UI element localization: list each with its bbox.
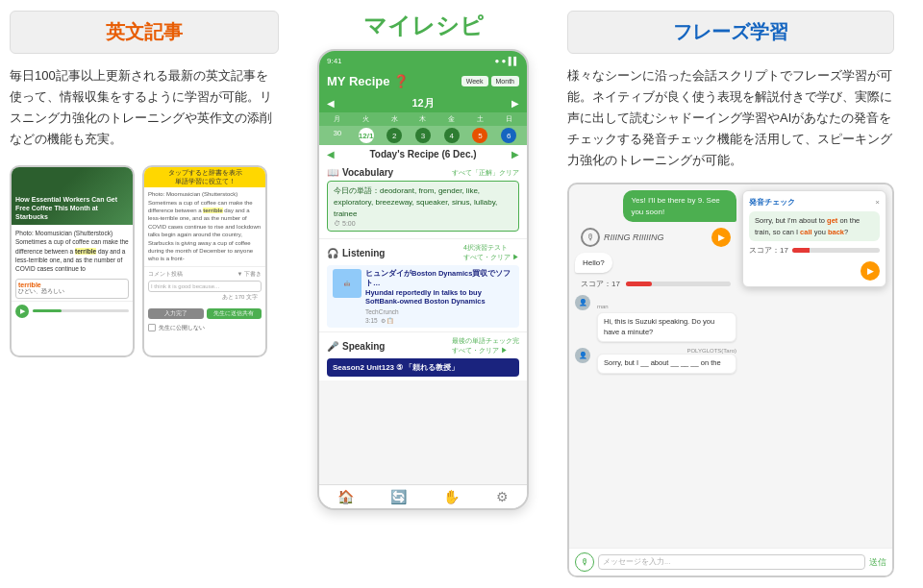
ringing-text: RIIING RIIIIING xyxy=(604,233,664,242)
nav-refresh[interactable]: 🔄 xyxy=(390,489,407,504)
back-text: back xyxy=(828,228,844,236)
photo-caption: Photo: Moomusician (Shutterstock) Someti… xyxy=(144,187,265,266)
tap-label: タップすると辞書を表示単語学習に役立て！ xyxy=(144,167,265,187)
comment-label: コメント投稿 ▼ 下書き xyxy=(148,270,262,279)
word-box-def: ひどい、恐ろしい xyxy=(18,288,126,296)
popup-play-button[interactable]: ▶ xyxy=(861,261,880,281)
word-definition-box: terrible ひどい、恐ろしい xyxy=(15,279,129,299)
status-left: 9:41 xyxy=(327,57,342,65)
nav-home[interactable]: 🏠 xyxy=(337,489,354,504)
day-fri: 金 xyxy=(437,114,466,124)
share-button[interactable]: 先生に送信共有 xyxy=(207,308,262,319)
cal-date-30[interactable]: 30 xyxy=(323,128,352,143)
vocab-actions[interactable]: すべて「正解」クリア xyxy=(452,168,519,178)
vocab-label: 📖 Vocabulary xyxy=(327,167,393,178)
next-recipe-arrow[interactable]: ▶ xyxy=(511,149,519,159)
calendar-dates-row: 30 12/1 2 3 4 5 6 xyxy=(319,126,527,145)
chat-input-box[interactable]: メッセージを入力... xyxy=(598,554,865,570)
main-chat-area: Yes! I'll be there by 9. See you soon! 🎙… xyxy=(575,190,736,542)
chat-mic-button[interactable]: 🎙 xyxy=(575,552,594,572)
prev-recipe-arrow[interactable]: ◀ xyxy=(327,149,335,159)
recipe-header: MY Recipe ❓ Week Month xyxy=(319,70,527,94)
checkbox-row: 先生に公開しない xyxy=(144,322,265,334)
phone-screen-comment: タップすると辞書を表示単語学習に役立て！ Photo: Moomusician … xyxy=(142,165,267,357)
nav-settings[interactable]: ⚙ xyxy=(496,489,509,504)
score-row: スコア：17 xyxy=(575,277,736,291)
calendar-month: 12月 xyxy=(412,96,434,110)
lower-bubble-2: Sorry, but I __ about __ __ __ on the xyxy=(597,354,736,374)
vocab-box: 今日の単語：deodorant, from, gender, like, exp… xyxy=(327,181,519,232)
cal-date-4[interactable]: 4 xyxy=(444,128,460,143)
day-wed: 水 xyxy=(380,114,409,124)
news-time-row: 3:15 ⚙ 📋 xyxy=(365,317,513,324)
play-arrow[interactable]: ▶ xyxy=(711,228,731,247)
next-month-arrow[interactable]: ▶ xyxy=(511,98,519,109)
news-time: 3:15 xyxy=(365,317,378,324)
speaking-lesson-title: Season2 Unit123 ⑤ 「頼れる教授」 xyxy=(333,362,513,373)
call-text: call xyxy=(800,228,812,236)
lower-chat-content-1: man Hi, this is Suzuki speaking. Do you … xyxy=(597,295,736,345)
chat-layout: Yes! I'll be there by 9. See you soon! 🎙… xyxy=(569,184,892,548)
cal-date-1[interactable]: 12/1 xyxy=(359,128,374,143)
prev-month-arrow[interactable]: ◀ xyxy=(327,98,335,109)
comment-input[interactable]: I think it is good because... xyxy=(148,281,262,292)
bottom-buttons: 入力完了 先生に送信共有 xyxy=(144,306,265,322)
chat-phone: Yes! I'll be there by 9. See you soon! 🎙… xyxy=(567,183,894,577)
middle-panel: マイレシピ 9:41 ● ● ▌▌ MY Recipe ❓ Week Month… xyxy=(288,11,558,577)
popup-close-button[interactable]: × xyxy=(875,198,880,207)
progress-bar xyxy=(33,309,129,312)
calendar-days-header: 月 火 水 木 金 土 日 xyxy=(319,112,527,126)
day-sun: 日 xyxy=(494,114,523,124)
done-button[interactable]: 入力完了 xyxy=(148,308,204,319)
news-title: ヒュンダイがBoston Dynamics買収でソフト…Hyundai repo… xyxy=(365,269,513,306)
lower-chat-area: 👤 man Hi, this is Suzuki speaking. Do yo… xyxy=(575,295,736,377)
week-button[interactable]: Week xyxy=(462,76,488,86)
speaking-icon: 🎤 xyxy=(327,341,338,352)
speaking-section: 🎤 Speaking 最後の単語チェック完すべて・クリア ▶ Season2 U… xyxy=(319,331,527,380)
speaking-card[interactable]: Season2 Unit123 ⑤ 「頼れる教授」 xyxy=(327,358,519,377)
right-description: 様々なシーンに沿った会話スクリプトでフレーズ学習が可能。ネイティブが良く使う表現… xyxy=(567,65,894,171)
cal-date-6[interactable]: 6 xyxy=(501,128,516,143)
highlight-word: terrible xyxy=(75,248,96,255)
calendar-nav: ◀ 12月 ▶ xyxy=(319,94,527,112)
right-section-title: フレーズ学習 xyxy=(567,11,894,54)
word-count: あと 170 文字 xyxy=(148,292,262,303)
checkbox-label: 先生に公開しない xyxy=(159,324,205,332)
cal-date-3[interactable]: 3 xyxy=(415,128,431,143)
day-tue: 火 xyxy=(352,114,381,124)
month-button[interactable]: Month xyxy=(491,76,519,86)
avatar-man: 👤 xyxy=(575,295,590,310)
popup-header: 発音チェック × xyxy=(749,197,880,208)
middle-section-title: マイレシピ xyxy=(363,11,484,41)
recipe-nav-right: ▶ xyxy=(511,149,519,159)
popup-play-row: ▶ xyxy=(749,261,880,281)
popup-score-fill xyxy=(792,248,810,253)
left-panel: 英文記事 毎日100記事以上更新される最新の英文記事を使って、情報収集をするよう… xyxy=(10,11,279,577)
lower-chat-content-2: POLYGLOTS(Taro) Sorry, but I __ about __… xyxy=(597,348,736,377)
phone-screen-article: How Essential Workers Can Get Free Coffe… xyxy=(10,165,135,357)
phone-middle: 9:41 ● ● ▌▌ MY Recipe ❓ Week Month ◀ 12月… xyxy=(317,49,529,510)
checkbox[interactable] xyxy=(148,324,156,331)
left-description: 毎日100記事以上更新される最新の英文記事を使って、情報収集をするように学習が可… xyxy=(10,65,279,150)
article-body-text: Photo: Moomusician (Shutterstock) Someti… xyxy=(12,225,133,276)
main-container: 英文記事 毎日100記事以上更新される最新の英文記事を使って、情報収集をするよう… xyxy=(10,11,913,577)
right-panel: フレーズ学習 様々なシーンに沿った会話スクリプトでフレーズ学習が可能。ネイティブ… xyxy=(567,11,894,577)
recipe-view-buttons: Week Month xyxy=(462,76,519,86)
cal-date-2[interactable]: 2 xyxy=(387,128,402,143)
word-box-title: terrible xyxy=(18,282,126,288)
send-button[interactable]: 送信 xyxy=(869,556,886,569)
status-bar: 9:41 ● ● ▌▌ xyxy=(319,51,527,70)
day-mon: 月 xyxy=(323,114,352,124)
hello-bubble: Hello? xyxy=(575,253,612,273)
popup-chat-bubble: Sorry, but I'm about to get on the train… xyxy=(749,211,880,241)
cal-date-5[interactable]: 5 xyxy=(472,128,487,143)
nav-hand[interactable]: ✋ xyxy=(443,489,460,504)
mic-icon[interactable]: 🎙 xyxy=(581,228,600,247)
speaking-label: 🎤 Speaking xyxy=(327,341,385,352)
news-source: TechCrunch xyxy=(365,308,513,315)
speaking-actions: 最後の単語チェック完すべて・クリア ▶ xyxy=(452,336,519,355)
play-button[interactable]: ▶ xyxy=(15,305,29,318)
listening-label: 🎧 Listening xyxy=(327,248,385,258)
popup-title: 発音チェック xyxy=(749,197,795,208)
recipe-today-header: ◀ Today's Recipe (6 Dec.) ▶ xyxy=(319,145,527,163)
